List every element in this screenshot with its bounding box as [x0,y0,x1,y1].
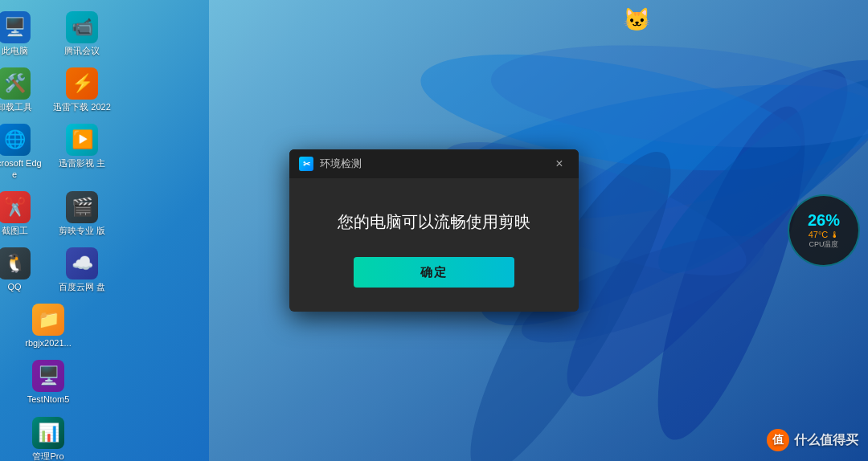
dialog-confirm-button[interactable]: 确定 [354,257,514,288]
dialog-body: 您的电脑可以流畅使用剪映 确定 [289,178,579,312]
desktop: 🖥️ 此电脑 📹 腾讯会议 🛠️ 卸载工具 ⚡ 迅雷下载 2022 🌐 [0,0,868,461]
dialog-message: 您的电脑可以流畅使用剪映 [338,210,530,233]
dialog-app-icon: ✂ [299,157,313,171]
dialog-title-left: ✂ 环境检测 [299,157,362,171]
dialog-title-text: 环境检测 [320,157,362,171]
env-check-dialog: ✂ 环境检测 × 您的电脑可以流畅使用剪映 确定 [289,149,579,312]
dialog-overlay: ✂ 环境检测 × 您的电脑可以流畅使用剪映 确定 [0,0,868,461]
dialog-titlebar: ✂ 环境检测 × [289,149,579,178]
dialog-close-button[interactable]: × [550,154,569,173]
